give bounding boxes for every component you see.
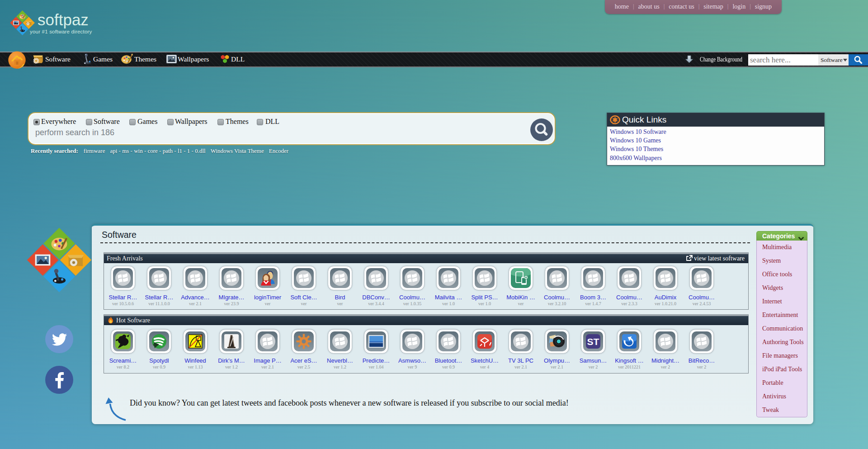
svg-text:ST: ST	[587, 336, 599, 347]
